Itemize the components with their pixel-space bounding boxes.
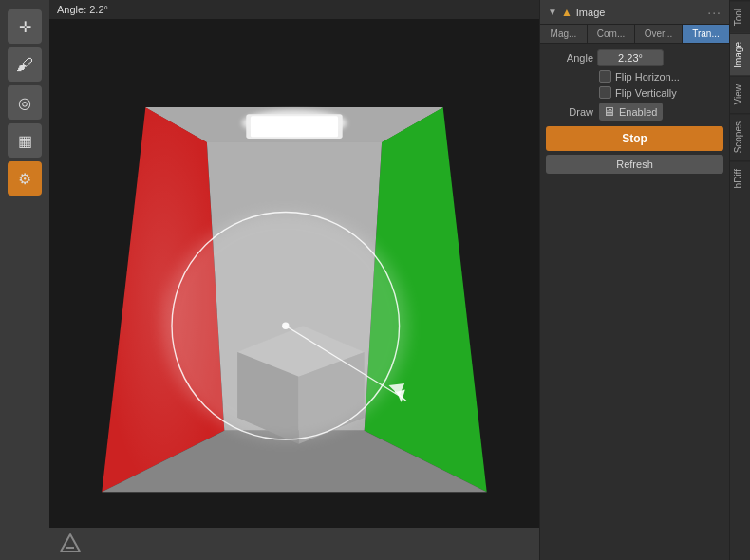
stop-button[interactable]: Stop xyxy=(546,126,723,151)
blender-logo xyxy=(57,531,84,557)
refresh-button[interactable]: Refresh xyxy=(546,155,723,174)
tab-com[interactable]: Com... xyxy=(588,25,635,43)
svg-marker-21 xyxy=(61,534,80,551)
right-panel: ▼ ▲ Image ··· Mag... Com... Over... Tran… xyxy=(539,0,729,560)
info-bar: Angle: 2.2° xyxy=(49,0,539,19)
vtab-bdiff[interactable]: bDiff xyxy=(730,160,750,196)
vtab-image[interactable]: Image xyxy=(730,33,750,76)
draw-label: Draw xyxy=(546,106,593,118)
image-triangle-icon: ▲ xyxy=(561,6,572,19)
angle-display: Angle: 2.2° xyxy=(57,4,108,15)
image-panel: ▼ ▲ Image ··· Mag... Com... Over... Tran… xyxy=(540,0,729,560)
flip-vert-label: Flip Vertically xyxy=(615,87,677,99)
tab-tran[interactable]: Tran... xyxy=(683,25,729,43)
draw-value: Enabled xyxy=(619,106,657,118)
flip-vert-checkbox[interactable] xyxy=(599,86,611,99)
vtab-tool[interactable]: Tool xyxy=(730,0,750,33)
svg-rect-8 xyxy=(251,116,338,137)
left-toolbar: ✛ 🖌 ◎ ▦ ⚙ xyxy=(0,0,49,560)
collapse-arrow-icon[interactable]: ▼ xyxy=(548,7,557,17)
viewport[interactable] xyxy=(49,19,539,528)
tabs-row: Mag... Com... Over... Tran... xyxy=(540,25,729,44)
tab-over[interactable]: Over... xyxy=(635,25,683,43)
main-area: Angle: 2.2° xyxy=(49,0,539,560)
panel-header: ▼ ▲ Image ··· xyxy=(540,0,729,25)
flip-vert-row: Flip Vertically xyxy=(546,86,723,99)
toolbar-paint-btn[interactable]: 🖌 xyxy=(8,47,42,82)
panel-title: Image xyxy=(576,7,704,18)
toolbar-texture-btn[interactable]: ▦ xyxy=(8,123,42,158)
draw-toggle[interactable]: 🖥 Enabled xyxy=(599,103,663,121)
angle-input[interactable] xyxy=(597,49,664,66)
bottom-bar xyxy=(49,528,539,560)
flip-horiz-row: Flip Horizon... xyxy=(546,70,723,83)
angle-row: Angle xyxy=(546,49,723,66)
panel-header-dots[interactable]: ··· xyxy=(707,5,722,20)
tab-mag[interactable]: Mag... xyxy=(540,25,588,43)
render-canvas xyxy=(49,19,539,528)
vtab-scopes[interactable]: Scopes xyxy=(730,113,750,160)
flip-horiz-checkbox[interactable] xyxy=(599,70,611,83)
panel-body: Angle Flip Horizon... Flip Vertically Dr… xyxy=(540,44,729,179)
monitor-icon: 🖥 xyxy=(603,104,615,119)
flip-horiz-label: Flip Horizon... xyxy=(615,71,680,83)
toolbar-gear-btn[interactable]: ⚙ xyxy=(8,161,42,196)
vtab-view[interactable]: View xyxy=(730,76,750,113)
angle-label: Angle xyxy=(546,52,593,64)
toolbar-cursor-btn[interactable]: ✛ xyxy=(8,9,42,44)
toolbar-target-btn[interactable]: ◎ xyxy=(8,85,42,120)
draw-row: Draw 🖥 Enabled xyxy=(546,103,723,121)
right-vtabs: Tool Image View Scopes bDiff xyxy=(729,0,750,560)
